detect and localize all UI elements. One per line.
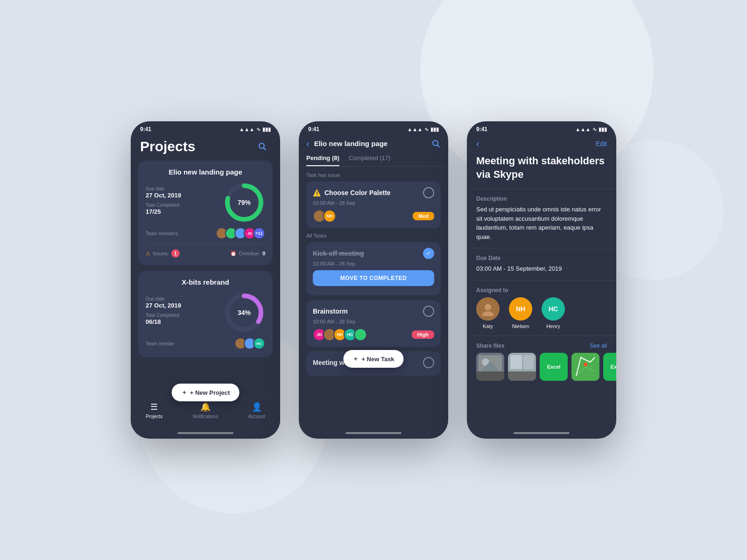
notifications-nav-icon: 🔔 [200, 402, 211, 412]
overdue-count: 0 [262, 251, 265, 256]
overdue-text: Overdue: [239, 251, 260, 256]
back-button-3[interactable]: ‹ [476, 138, 479, 149]
home-indicator-2 [345, 432, 402, 434]
projects-header: Projects [131, 134, 280, 161]
file-thumb-excel-1[interactable]: Excel [540, 353, 568, 381]
task-avatars-brainstorm: JD NH HC [313, 328, 367, 341]
project-card-elio[interactable]: Elio new landing page Due date 27 Oct, 2… [138, 161, 273, 265]
nav-account-label: Account [248, 414, 265, 419]
assignee-katy: Katy [476, 297, 500, 329]
file-thumb-excel-2[interactable]: Excel [603, 353, 616, 381]
status-icons-1: ▲▲▲ ∿ ▮▮▮ [239, 126, 271, 133]
task-check-meeting[interactable] [423, 357, 434, 368]
status-bar-1: 9:41 ▲▲▲ ∿ ▮▮▮ [131, 121, 280, 134]
team-label-1: Team members [146, 231, 216, 236]
donut-label-2: 34% [238, 309, 251, 316]
due-date-label-3: Due Date [476, 255, 607, 261]
time-3: 9:41 [476, 126, 487, 133]
assignees-row: Katy NH Nielsen HC Henry [476, 297, 607, 329]
due-date-2: 27 Oct, 2019 [146, 302, 223, 309]
issues-row-1: ⚠ Issues: 1 ⏰ Overdue: 0 [146, 244, 265, 258]
new-project-label: + New Project [190, 389, 230, 396]
task-time-palette: 10:00 AM - 28 Sep [313, 200, 434, 206]
task-scroll-area: Task has issue ⚠️ Choose Color Palette 1… [299, 172, 448, 428]
project-stats-xbits: Due date 27 Oct, 2019 Task Completed 06/… [146, 292, 265, 334]
project-name-elio: Elio new landing page [146, 168, 265, 176]
assignee-name-katy: Katy [483, 323, 493, 329]
assigned-section: Assigned to Katy NH Niel [467, 280, 616, 336]
search-button[interactable] [254, 138, 271, 155]
wifi-icon-2: ∿ [424, 126, 429, 133]
phone-detail: 9:41 ▲▲▲ ∿ ▮▮▮ ‹ Edit Meeting with stake… [467, 121, 616, 439]
task-check-palette[interactable] [423, 187, 434, 198]
due-label-2: Due date [146, 296, 223, 301]
tab-completed[interactable]: Completed (17) [349, 154, 391, 166]
issues-item: ⚠ Issues: 1 [146, 249, 180, 258]
assignee-name-henry: Henry [546, 323, 560, 329]
due-date-1: 27 Oct, 2019 [146, 192, 223, 199]
files-row: Excel Excel [467, 353, 616, 381]
warning-icon-task: ⚠️ [313, 189, 321, 196]
project-info-xbits: Due date 27 Oct, 2019 Task Completed 06/… [146, 296, 223, 329]
assigned-label: Assigned to [476, 287, 607, 294]
priority-badge-palette: Med [413, 212, 434, 220]
overdue-item: ⏰ Overdue: 0 [230, 249, 265, 258]
avatar-count-1: +11 [253, 227, 265, 239]
projects-nav-icon: ☰ [150, 402, 158, 412]
task-label-2: Task Completed [146, 313, 223, 318]
assignee-nielsen: NH Nielsen [509, 297, 532, 329]
status-bar-2: 9:41 ▲▲▲ ∿ ▮▮▮ [299, 121, 448, 134]
task-avatar-nh: NH [323, 210, 336, 223]
file-thumb-1[interactable] [476, 353, 504, 381]
bottom-nav-1: ☰ Projects 🔔 Notifications 👤 Account [131, 397, 280, 428]
files-header: Share files See all [467, 336, 616, 353]
move-to-completed-button[interactable]: MOVE TO COMPLETED [313, 270, 434, 286]
new-task-button[interactable]: ＋ + New Task [343, 350, 403, 368]
assignee-avatar-katy [476, 297, 500, 321]
team-row-2: Team membe HC [146, 337, 265, 350]
due-date-value-3: 03:00 AM - 15 September, 2019 [476, 264, 607, 273]
svg-line-7 [437, 145, 440, 147]
new-project-button[interactable]: ＋ + New Project [172, 384, 240, 401]
file-thumb-2[interactable] [508, 353, 536, 381]
task-header-palette: ⚠️ Choose Color Palette [313, 187, 434, 198]
share-files-label: Share files [476, 343, 505, 349]
task-title-row-palette: ⚠️ Choose Color Palette [313, 189, 391, 196]
phone-projects: 9:41 ▲▲▲ ∿ ▮▮▮ Projects Elio new landing… [131, 121, 280, 439]
task-label-1: Task Completed [146, 203, 223, 208]
file-thumb-map[interactable] [571, 353, 599, 381]
project-card-xbits[interactable]: X-bits rebrand Due date 27 Oct, 2019 Tas… [138, 271, 273, 357]
detail-header: ‹ Edit [467, 134, 616, 154]
task-check-brainstorm[interactable] [423, 306, 434, 317]
priority-badge-brainstorm: High [412, 330, 434, 339]
task-card-brainstorm[interactable]: Brainstorm 10:00 AM - 28 Sep JD NH HC Hi… [306, 300, 441, 347]
task-card-color-palette[interactable]: ⚠️ Choose Color Palette 10:00 AM - 28 Se… [306, 182, 441, 228]
svg-point-8 [485, 304, 491, 310]
edit-button[interactable]: Edit [596, 140, 607, 147]
nav-notifications[interactable]: 🔔 Notifications [193, 402, 218, 419]
search-button-2[interactable] [431, 139, 441, 148]
nav-account[interactable]: 👤 Account [248, 402, 265, 419]
see-all-button[interactable]: See all [590, 343, 607, 349]
task-card-kickoff[interactable]: Kick-off meeting ✓ 10:00 AM - 28 Sep MOV… [306, 242, 441, 295]
task-check-kickoff[interactable]: ✓ [423, 248, 434, 259]
tasks-done-1: 17/25 [146, 208, 223, 215]
due-date-section: Due Date 03:00 AM - 15 September, 2019 [467, 248, 616, 280]
assignee-avatar-nielsen: NH [509, 297, 532, 321]
nav-projects[interactable]: ☰ Projects [146, 402, 162, 419]
description-label: Description [476, 196, 607, 202]
donut-label-1: 79% [238, 199, 251, 206]
status-bar-3: 9:41 ▲▲▲ ∿ ▮▮▮ [467, 121, 616, 134]
warning-icon-1: ⚠ [146, 251, 150, 257]
svg-line-1 [264, 148, 266, 150]
description-section: Description Sed ut perspiciatis unde omn… [467, 189, 616, 248]
project-info-elio: Due date 27 Oct, 2019 Task Completed 17/… [146, 186, 223, 219]
signal-icon: ▲▲▲ [239, 126, 254, 132]
tab-pending[interactable]: Pending (8) [306, 154, 339, 166]
issue-section-label: Task has issue [299, 172, 448, 178]
signal-icon-3: ▲▲▲ [575, 126, 591, 132]
avatars-2: HC [234, 337, 265, 350]
clock-icon-1: ⏰ [230, 251, 237, 257]
svg-rect-17 [508, 371, 536, 381]
back-button-2[interactable]: ‹ [306, 138, 310, 149]
